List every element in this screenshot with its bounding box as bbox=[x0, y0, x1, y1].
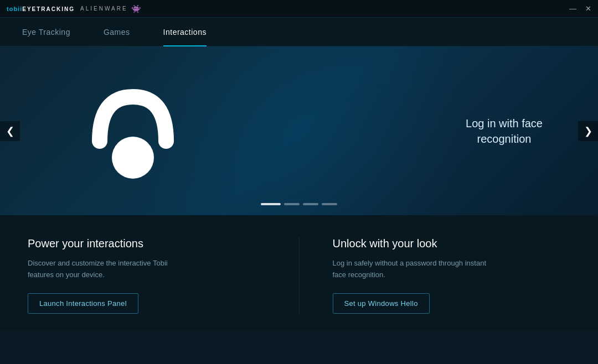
alienware-logo: ALIENWARE 👾 bbox=[80, 4, 142, 13]
feature-interactions-description: Discover and customize the interactive T… bbox=[28, 258, 183, 281]
setup-windows-hello-button[interactable]: Set up Windows Hello bbox=[333, 293, 430, 314]
carousel-dot-4[interactable] bbox=[322, 203, 337, 205]
hero-title: Log in with face recognition bbox=[466, 116, 543, 147]
minimize-button[interactable]: — bbox=[569, 5, 576, 12]
tab-games[interactable]: Games bbox=[104, 19, 130, 45]
hero-text: Log in with face recognition bbox=[466, 116, 543, 147]
titlebar-controls: — ✕ bbox=[569, 5, 591, 12]
alienware-label: ALIENWARE bbox=[80, 6, 128, 12]
titlebar-left: tobiiEYETRACKING ALIENWARE 👾 bbox=[7, 4, 142, 13]
feature-interactions-title: Power your interactions bbox=[28, 237, 266, 250]
eye-tracking-brand: EYETRACKING bbox=[22, 6, 75, 12]
feature-card-windows-hello: Unlock with your look Log in safely with… bbox=[333, 237, 571, 314]
close-button[interactable]: ✕ bbox=[585, 5, 591, 12]
feature-windows-hello-title: Unlock with your look bbox=[333, 237, 571, 250]
svg-point-0 bbox=[112, 137, 154, 179]
nav-tabs: Eye Tracking Games Interactions bbox=[0, 18, 598, 46]
tobii-logo: tobiiEYETRACKING bbox=[7, 6, 75, 12]
carousel-next-button[interactable]: ❯ bbox=[578, 121, 598, 141]
carousel-dots bbox=[261, 203, 337, 205]
hero-carousel: ❮ Log in with face recognition ❯ bbox=[0, 46, 598, 215]
tab-interactions[interactable]: Interactions bbox=[163, 19, 207, 45]
face-icon-svg bbox=[72, 69, 194, 191]
carousel-prev-button[interactable]: ❮ bbox=[0, 121, 20, 141]
face-recognition-icon bbox=[72, 69, 194, 193]
alien-icon: 👾 bbox=[131, 4, 142, 13]
tab-eye-tracking[interactable]: Eye Tracking bbox=[22, 19, 70, 45]
carousel-dot-1[interactable] bbox=[261, 203, 281, 205]
feature-card-interactions: Power your interactions Discover and cus… bbox=[28, 237, 266, 314]
titlebar: tobiiEYETRACKING ALIENWARE 👾 — ✕ bbox=[0, 0, 598, 18]
carousel-dot-2[interactable] bbox=[284, 203, 300, 205]
bottom-section: Power your interactions Discover and cus… bbox=[0, 215, 598, 330]
carousel-dot-3[interactable] bbox=[303, 203, 318, 205]
vertical-divider bbox=[299, 237, 300, 314]
launch-interactions-button[interactable]: Launch Interactions Panel bbox=[28, 293, 138, 314]
feature-windows-hello-description: Log in safely without a password through… bbox=[333, 258, 488, 281]
tobii-brand: tobii bbox=[7, 6, 22, 12]
